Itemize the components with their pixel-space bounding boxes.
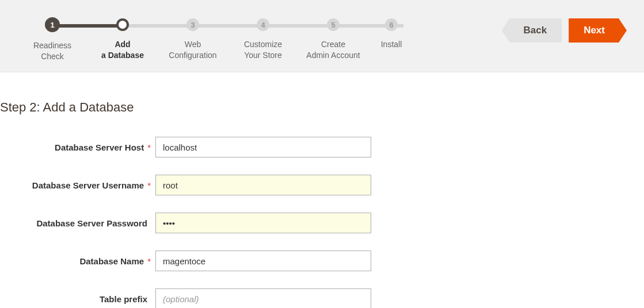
label-db-password: Database Server Password xyxy=(0,218,155,228)
row-db-password: Database Server Password xyxy=(0,213,644,233)
wizard-header: Back Next 1 ReadinessCheck 2 Adda Databa… xyxy=(0,0,644,72)
back-button-label: Back xyxy=(524,25,547,36)
step-circle: 6 xyxy=(385,18,398,31)
row-db-host: Database Server Host* xyxy=(0,137,644,157)
step-connector xyxy=(193,24,263,28)
step-label: Install xyxy=(368,39,414,50)
db-password-input[interactable] xyxy=(155,213,371,233)
step-label: ReadinessCheck xyxy=(17,40,87,62)
step-label: CustomizeYour Store xyxy=(228,39,298,61)
db-username-input[interactable] xyxy=(155,175,371,195)
step-label: Adda Database xyxy=(87,39,158,61)
db-name-input[interactable] xyxy=(155,251,371,271)
step-readiness-check[interactable]: 1 ReadinessCheck xyxy=(17,18,87,62)
wizard-steps: 1 ReadinessCheck 2 Adda Database 3 WebCo… xyxy=(17,18,414,62)
row-db-username: Database Server Username* xyxy=(0,175,644,195)
label-table-prefix: Table prefix xyxy=(0,294,155,304)
page-title: Step 2: Add a Database xyxy=(0,100,644,115)
step-label: CreateAdmin Account xyxy=(298,39,368,61)
step-connector xyxy=(52,24,123,28)
row-db-name: Database Name* xyxy=(0,251,644,271)
next-button-label: Next xyxy=(584,25,605,36)
step-circle-done: 1 xyxy=(45,17,60,32)
step-connector xyxy=(123,24,193,28)
wizard-content: Step 2: Add a Database Database Server H… xyxy=(0,72,644,308)
step-circle: 5 xyxy=(327,18,340,31)
db-host-input[interactable] xyxy=(155,137,371,157)
step-connector xyxy=(263,24,333,28)
label-db-name: Database Name* xyxy=(0,256,155,266)
step-label: WebConfiguration xyxy=(158,39,228,61)
step-circle: 4 xyxy=(257,18,269,31)
step-circle: 3 xyxy=(186,18,199,31)
step-circle-current: 2 xyxy=(116,18,129,31)
back-button[interactable]: Back xyxy=(502,18,562,43)
step-install[interactable]: 6 Install xyxy=(368,18,414,50)
label-db-host: Database Server Host* xyxy=(0,143,155,152)
next-button[interactable]: Next xyxy=(569,18,627,43)
label-db-username: Database Server Username* xyxy=(0,180,155,190)
table-prefix-input[interactable] xyxy=(155,288,371,308)
row-table-prefix: Table prefix xyxy=(0,288,644,308)
header-buttons: Back Next xyxy=(502,18,627,43)
